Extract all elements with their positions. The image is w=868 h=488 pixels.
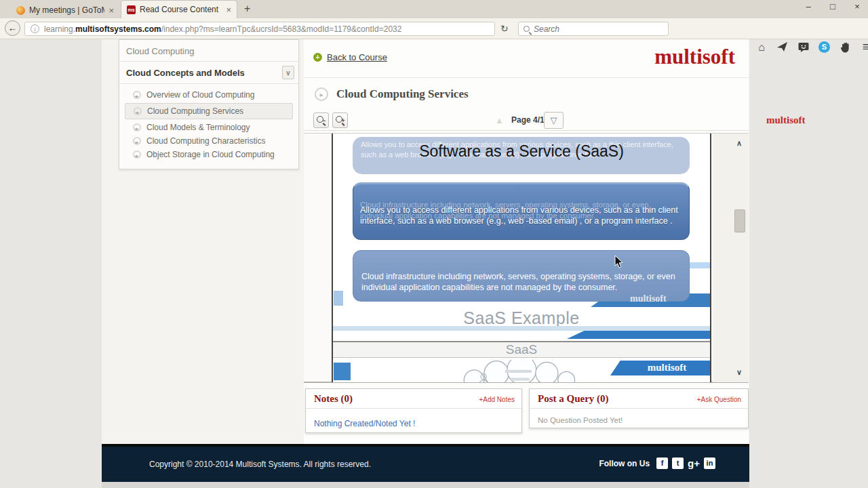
window-controls: – □ × xyxy=(803,1,863,12)
page-indicator: Page 4/11 xyxy=(511,115,549,125)
search-box[interactable] xyxy=(518,22,669,36)
sidebar-item-label: Overview of Cloud Computing xyxy=(146,90,254,100)
notes-panel: Notes (0) +Add Notes Nothing Created/Not… xyxy=(305,388,522,433)
tab-label: Read Course Content xyxy=(140,5,222,14)
scroll-down-icon[interactable]: ∨ xyxy=(733,368,745,377)
tab-bar: My meetings | GoToMeeti... × ms Read Cou… xyxy=(0,0,868,18)
gotomeeting-favicon-icon xyxy=(16,6,25,15)
new-tab-button[interactable]: + xyxy=(244,3,250,15)
tab-label: My meetings | GoToMeeti... xyxy=(29,5,104,15)
notes-title: Notes (0) xyxy=(314,393,353,405)
send-plane-icon[interactable] xyxy=(776,41,789,54)
social-links: Follow on Us f t g+ in xyxy=(599,458,715,469)
following-slide-fragment: multisoft xyxy=(333,359,710,382)
infrastructure-description-text: Cloud infrastructure including network, … xyxy=(361,271,681,293)
course-sidebar: Cloud Computing Cloud Concepts and Model… xyxy=(119,39,299,169)
hand-tool-icon[interactable] xyxy=(839,41,851,54)
tab-read-course-content[interactable]: ms Read Course Content × xyxy=(121,0,237,18)
chevron-down-icon[interactable]: ∨ xyxy=(282,66,294,79)
slide-title: Software as a Service (SaaS) xyxy=(333,142,710,161)
following-slide-heading: SaaS xyxy=(333,342,710,358)
reload-icon[interactable]: ↻ xyxy=(500,23,509,34)
zoom-in-button[interactable]: + xyxy=(332,113,348,128)
back-button[interactable]: ← xyxy=(5,20,20,36)
multisoft-band-watermark: multisoft xyxy=(610,361,710,375)
page-footer: Copyright © 2010-2014 Multisoft Systems.… xyxy=(102,447,749,482)
tab-close-icon[interactable]: × xyxy=(226,5,231,15)
tab-gotomeeting[interactable]: My meetings | GoToMeeti... × xyxy=(11,2,119,18)
sidebar-item-services[interactable]: Cloud Computing Services xyxy=(125,103,293,119)
slide-viewer: Allows you to access different applicati… xyxy=(304,133,749,383)
back-circle-icon: + xyxy=(313,53,322,62)
multisoft-logo: multisoft xyxy=(654,45,735,69)
sidebar-item-overview[interactable]: Overview of Cloud Computing xyxy=(119,88,298,102)
search-icon xyxy=(524,26,530,32)
sidebar-item-characteristics[interactable]: Cloud Computing Characteristics xyxy=(119,134,298,148)
slide-accent-square xyxy=(334,291,343,306)
play-circle-icon: ▸ xyxy=(315,87,328,101)
menu-icon[interactable]: ≡ xyxy=(860,41,868,54)
ask-question-link[interactable]: +Ask Question xyxy=(697,396,741,403)
page-info-icon[interactable]: i xyxy=(31,24,39,33)
url-prefix: learning. xyxy=(44,24,75,34)
multisoft-watermark: multisoft xyxy=(630,293,667,304)
slide-accent-square xyxy=(334,363,351,380)
query-header: Post a Query (0) +Ask Question xyxy=(530,389,748,409)
progress-circle-icon xyxy=(133,91,141,99)
url-path: /index.php?ms=learnTpc&ucrsId=5683&modId… xyxy=(161,24,402,34)
sidebar-item-object-storage[interactable]: Object Storage in Cloud Computing xyxy=(119,148,298,161)
zoom-out-icon: − xyxy=(317,116,323,123)
feedback-smiley-icon[interactable] xyxy=(797,41,810,54)
slide-blue-band xyxy=(567,331,710,339)
close-button[interactable]: × xyxy=(852,1,863,12)
url-domain: multisoftsystems.com xyxy=(75,24,161,34)
saas-description-text: Allows you to access different applicati… xyxy=(360,205,682,226)
main-panel: + Back to Course multisoft ▸ Cloud Compu… xyxy=(304,39,749,444)
previous-page-icon[interactable]: ▲ xyxy=(495,115,504,125)
screen: My meetings | GoToMeeti... × ms Read Cou… xyxy=(0,0,868,488)
url-bar[interactable]: i learning.multisoftsystems.com/index.ph… xyxy=(24,22,495,36)
facebook-icon[interactable]: f xyxy=(656,458,668,469)
zoom-out-button[interactable]: − xyxy=(313,113,329,128)
tab-close-icon[interactable]: × xyxy=(108,5,114,16)
module-label: Cloud Concepts and Models xyxy=(126,68,245,78)
topic-heading: ▸ Cloud Computing Services xyxy=(304,78,749,110)
query-panel: Post a Query (0) +Ask Question No Questi… xyxy=(529,388,749,428)
progress-circle-icon xyxy=(134,107,142,115)
skype-icon[interactable]: S xyxy=(818,41,830,53)
next-slide-heading: SaaS Example xyxy=(333,308,710,328)
back-to-course-link[interactable]: + Back to Course xyxy=(313,52,387,62)
copyright-text: Copyright © 2010-2014 Multisoft Systems.… xyxy=(149,460,371,469)
slide-box-dark: Cloud infrastructure including network, … xyxy=(353,182,690,240)
multisoft-favicon-icon: ms xyxy=(127,5,136,14)
sidebar-item-label: Object Storage in Cloud Computing xyxy=(146,150,275,159)
progress-circle-icon xyxy=(133,123,141,131)
course-title: Cloud Computing xyxy=(119,40,298,62)
scroll-up-icon[interactable]: ∧ xyxy=(733,139,745,148)
linkedin-icon[interactable]: in xyxy=(704,458,715,469)
home-icon[interactable]: ⌂ xyxy=(755,41,768,54)
sidebar-item-label: Cloud Computing Characteristics xyxy=(146,136,265,146)
query-empty-message: No Question Posted Yet! xyxy=(530,409,748,424)
progress-circle-icon xyxy=(133,137,141,145)
sidebar-item-label: Cloud Computing Services xyxy=(147,106,243,116)
browser-navbar: ← i learning.multisoftsystems.com/index.… xyxy=(0,18,868,39)
maximize-button[interactable]: □ xyxy=(827,1,838,12)
slide-scrollbar[interactable]: ∧ ∨ xyxy=(713,134,749,382)
progress-circle-icon xyxy=(133,150,141,159)
next-page-button[interactable]: ▽ xyxy=(544,112,564,129)
mouse-cursor xyxy=(614,256,625,269)
query-title: Post a Query (0) xyxy=(538,393,609,405)
googleplus-icon[interactable]: g+ xyxy=(688,458,700,469)
add-notes-link[interactable]: +Add Notes xyxy=(479,396,515,403)
scrollbar-thumb[interactable] xyxy=(734,209,745,232)
topic-heading-label: Cloud Computing Services xyxy=(336,87,469,101)
twitter-icon[interactable]: t xyxy=(672,458,684,469)
back-to-course-label: Back to Course xyxy=(327,52,387,62)
minimize-button[interactable]: – xyxy=(803,1,814,12)
topic-list: Overview of Cloud Computing Cloud Comput… xyxy=(119,84,298,167)
zoom-in-icon: + xyxy=(336,116,342,123)
module-dropdown[interactable]: Cloud Concepts and Models ∨ xyxy=(119,62,298,84)
search-input[interactable] xyxy=(534,24,649,34)
sidebar-item-models[interactable]: Cloud Models & Terminology xyxy=(119,121,298,134)
